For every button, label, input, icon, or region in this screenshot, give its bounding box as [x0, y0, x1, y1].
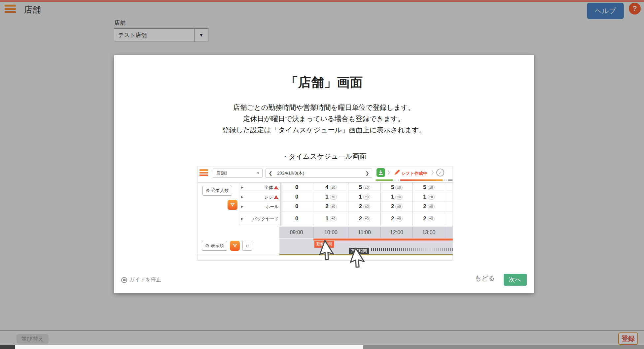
- scrollbar-track[interactable]: [15, 345, 363, 349]
- stop-guide-label: ガイドを停止: [129, 276, 161, 283]
- staff-count-cell: 0: [280, 183, 314, 192]
- delta-badge: ±0: [363, 216, 370, 221]
- back-button[interactable]: もどる: [475, 274, 495, 283]
- expand-arrow-icon[interactable]: ▶: [241, 195, 243, 199]
- staff-count-cell: 0: [280, 211, 314, 226]
- staff-count-cell[interactable]: 1±0: [314, 211, 348, 226]
- mini-store-select: 店舗3 ▼: [213, 169, 263, 178]
- staff-count-cell[interactable]: 5±0: [380, 183, 412, 192]
- display-order-button: ⚙ 表示順: [202, 241, 227, 251]
- filter-button: [228, 200, 237, 210]
- required-staff-button: ⚙ 必要人数: [202, 186, 232, 196]
- publish-status-icon: [376, 168, 385, 177]
- progress-segment-current: [400, 179, 443, 181]
- description-line: 登録した設定は「タイムスケジュール」画面上に表示されます。: [114, 124, 534, 136]
- scrollbar-thumb[interactable]: [363, 345, 644, 349]
- delta-badge: ±0: [395, 204, 402, 209]
- grid-sliver: [445, 211, 453, 226]
- display-order-controls: ⚙ 表示順 ↓↑: [202, 241, 252, 251]
- staff-count-cell[interactable]: 1±0: [314, 192, 348, 202]
- modal-title: 「店舗」画面: [114, 74, 534, 91]
- grid-row: ▶レジ!01±01±01±01±0: [240, 192, 453, 202]
- staff-count-cell[interactable]: 2±0: [348, 211, 380, 226]
- sort-order-icon: ↓↑: [242, 241, 252, 251]
- staffing-grid: ▶全体!04±05±05±05±0▶レジ!01±01±01±01±0▶ホール02…: [240, 183, 453, 226]
- delta-badge: ±0: [330, 204, 337, 209]
- progress-segment-pending: [448, 179, 453, 181]
- time-tick: 13:00: [412, 227, 445, 238]
- required-staff-label: 必要人数: [212, 188, 229, 194]
- gear-icon: ⚙: [206, 188, 210, 193]
- mini-hamburger-icon: [199, 169, 208, 177]
- warning-icon: !: [274, 195, 279, 199]
- time-axis-row: 09:0010:0011:0012:0013:00: [279, 227, 453, 238]
- expand-arrow-icon[interactable]: ▶: [241, 186, 243, 189]
- mini-date-navigator: ❮ 2024/10/3(木) ❯: [266, 169, 372, 178]
- delta-badge: ±0: [395, 216, 402, 221]
- staff-count-cell[interactable]: 5±0: [348, 183, 380, 192]
- delta-badge: ±0: [428, 216, 435, 221]
- grid-sliver: [445, 183, 453, 192]
- work-time-bar: [313, 238, 453, 240]
- grid-sliver: [445, 202, 453, 211]
- delta-badge: ±0: [428, 204, 435, 209]
- staff-count-cell[interactable]: 2±0: [380, 211, 412, 226]
- horizontal-scrollbar[interactable]: [0, 345, 644, 349]
- staff-count-cell[interactable]: 2±0: [412, 211, 445, 226]
- staff-count-cell[interactable]: 2±0: [412, 202, 445, 211]
- display-order-label: 表示順: [211, 243, 224, 249]
- delta-badge: ±0: [428, 185, 435, 190]
- svg-text:!: !: [275, 196, 276, 199]
- next-button[interactable]: 次へ: [504, 274, 527, 286]
- staff-count-cell[interactable]: 2±0: [380, 202, 412, 211]
- business-time-dotted-line: [371, 248, 453, 251]
- grid-sliver: [445, 192, 453, 202]
- expand-arrow-icon[interactable]: ▶: [241, 205, 243, 208]
- time-tick: 12:00: [380, 227, 412, 238]
- delta-badge: ±0: [395, 185, 402, 190]
- row-label: レジ: [264, 195, 273, 200]
- svg-text:!: !: [275, 186, 276, 189]
- staff-count-cell: 0: [280, 192, 314, 202]
- filter-button: [230, 241, 240, 251]
- scrollbar-corner: [0, 345, 15, 349]
- grid-row: ▶全体!04±05±05±05±0: [240, 183, 453, 192]
- progress-dots: [444, 179, 447, 181]
- time-tick: 11:00: [348, 227, 380, 238]
- stop-icon: [121, 277, 127, 283]
- row-label: バックヤード: [252, 216, 279, 221]
- staff-count-cell[interactable]: 2±0: [314, 202, 348, 211]
- grid-row: ▶バックヤード01±02±02±02±0: [240, 211, 453, 226]
- progress-segment-done: [376, 179, 393, 181]
- modal-description: 店舗ごとの勤務時間や営業時間を曜日単位で登録します。定休日が曜日で決まっている場…: [114, 102, 534, 136]
- expand-arrow-icon[interactable]: ▶: [241, 217, 243, 220]
- staff-count-cell[interactable]: 1±0: [380, 192, 412, 202]
- delta-badge: ±0: [363, 195, 370, 200]
- staff-count-cell[interactable]: 2±0: [348, 202, 380, 211]
- edit-pencil-icon: [393, 169, 401, 177]
- stop-guide-control[interactable]: ガイドを停止: [121, 276, 161, 283]
- time-sliver: [445, 227, 453, 238]
- staff-count-cell[interactable]: 4±0: [314, 183, 348, 192]
- description-line: 店舗ごとの勤務時間や営業時間を曜日単位で登録します。: [114, 102, 534, 113]
- delta-badge: ±0: [363, 185, 370, 190]
- delta-badge: ±0: [363, 204, 370, 209]
- delta-badge: ±0: [395, 195, 402, 200]
- staff-count-cell[interactable]: 1±0: [412, 192, 445, 202]
- chevron-separator-icon: ❯: [431, 170, 434, 174]
- description-line: 定休日が曜日で決まっている場合も登録できます。: [114, 113, 534, 124]
- shift-status-label: シフト作成中: [401, 171, 427, 176]
- row-label: ホール: [266, 204, 279, 209]
- mini-store-select-value: 店舗3: [213, 170, 257, 176]
- delta-badge: ±0: [330, 185, 337, 190]
- time-tick: 09:00: [279, 227, 313, 238]
- delta-badge: ±0: [330, 195, 337, 200]
- staff-count-cell[interactable]: 1±0: [348, 192, 380, 202]
- mini-date-value: 2024/10/3(木): [275, 170, 363, 176]
- staff-count-cell[interactable]: 5±0: [412, 183, 445, 192]
- gear-icon: ⚙: [205, 243, 209, 248]
- grid-row: ▶ホール02±02±02±02±0: [240, 202, 453, 211]
- next-day-icon: ❯: [363, 171, 372, 176]
- prev-day-icon: ❮: [266, 171, 275, 176]
- progress-dots: [394, 179, 399, 181]
